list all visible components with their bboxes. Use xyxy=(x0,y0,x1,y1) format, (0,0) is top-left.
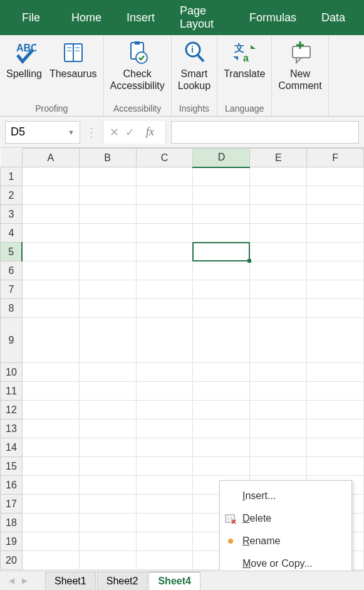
spelling-button[interactable]: ABCSpelling xyxy=(4,39,44,81)
column-header[interactable]: F xyxy=(307,149,364,167)
cell[interactable] xyxy=(22,205,79,224)
cell[interactable] xyxy=(250,457,307,476)
cell[interactable] xyxy=(79,419,136,438)
enter-icon[interactable]: ✓ xyxy=(125,125,135,139)
menu-formulas[interactable]: Formulas xyxy=(237,11,309,24)
cell[interactable] xyxy=(79,261,136,280)
cell[interactable] xyxy=(79,382,136,401)
cell[interactable] xyxy=(193,457,250,476)
cell[interactable] xyxy=(136,224,193,243)
ctx-delete[interactable]: Delete xyxy=(220,507,351,530)
ctx-move-or-copy-[interactable]: Move or Copy... xyxy=(220,552,351,571)
cell[interactable] xyxy=(22,514,79,532)
thesaurus-button[interactable]: Thesaurus xyxy=(47,39,100,81)
cell[interactable] xyxy=(250,261,307,280)
cell[interactable] xyxy=(250,186,307,205)
row-header[interactable]: 5 xyxy=(1,243,23,261)
sheet-tab-active[interactable]: Sheet4 xyxy=(148,572,200,590)
tab-nav-prev-icon[interactable]: ◀ xyxy=(5,576,18,585)
cell[interactable] xyxy=(193,205,250,224)
cell[interactable] xyxy=(136,419,193,438)
cell[interactable] xyxy=(193,318,250,363)
cell[interactable] xyxy=(79,224,136,243)
name-box[interactable]: D5 ▼ xyxy=(5,121,80,144)
cell[interactable] xyxy=(79,186,136,205)
cell[interactable] xyxy=(250,363,307,382)
cell[interactable] xyxy=(22,363,79,382)
new-comment-button[interactable]: NewComment xyxy=(276,39,324,93)
row-header[interactable]: 20 xyxy=(1,551,23,570)
row-header[interactable]: 16 xyxy=(1,476,23,495)
cell[interactable] xyxy=(79,243,136,261)
cell[interactable] xyxy=(193,243,250,261)
cell[interactable] xyxy=(193,419,250,438)
cell[interactable] xyxy=(22,186,79,205)
cell[interactable] xyxy=(22,419,79,438)
cell[interactable] xyxy=(250,205,307,224)
menu-data[interactable]: Data xyxy=(309,11,358,24)
cell[interactable] xyxy=(193,382,250,401)
cell[interactable] xyxy=(193,401,250,419)
cell[interactable] xyxy=(22,382,79,401)
cell[interactable] xyxy=(307,438,364,457)
cell[interactable] xyxy=(307,280,364,299)
cell[interactable] xyxy=(22,401,79,419)
row-header[interactable]: 1 xyxy=(1,167,23,186)
column-header[interactable]: E xyxy=(250,149,307,167)
cell[interactable] xyxy=(250,299,307,318)
ctx-rename[interactable]: Rename xyxy=(220,530,351,552)
smart-lookup-button[interactable]: iSmartLookup xyxy=(175,39,214,93)
select-all-corner[interactable] xyxy=(1,149,23,167)
cell[interactable] xyxy=(79,205,136,224)
column-header[interactable]: C xyxy=(136,149,193,167)
cell[interactable] xyxy=(136,495,193,514)
cell[interactable] xyxy=(193,167,250,186)
cell[interactable] xyxy=(307,382,364,401)
row-header[interactable]: 12 xyxy=(1,401,23,419)
cell[interactable] xyxy=(79,280,136,299)
cell[interactable] xyxy=(22,243,79,261)
cell[interactable] xyxy=(136,205,193,224)
row-header[interactable]: 7 xyxy=(1,280,23,299)
cell[interactable] xyxy=(136,476,193,495)
cell[interactable] xyxy=(307,363,364,382)
cell[interactable] xyxy=(193,186,250,205)
column-header[interactable]: A xyxy=(22,149,79,167)
cell[interactable] xyxy=(79,514,136,532)
menu-home[interactable]: Home xyxy=(59,11,114,24)
row-header[interactable]: 9 xyxy=(1,318,23,363)
row-header[interactable]: 3 xyxy=(1,205,23,224)
cell[interactable] xyxy=(307,167,364,186)
row-header[interactable]: 11 xyxy=(1,382,23,401)
cell[interactable] xyxy=(136,401,193,419)
check-accessibility-button[interactable]: CheckAccessibility xyxy=(108,39,167,93)
cell[interactable] xyxy=(79,551,136,570)
row-header[interactable]: 4 xyxy=(1,224,23,243)
fx-icon[interactable]: fx xyxy=(141,125,159,139)
cell[interactable] xyxy=(193,261,250,280)
row-header[interactable]: 10 xyxy=(1,363,23,382)
cell[interactable] xyxy=(307,318,364,363)
cell[interactable] xyxy=(79,457,136,476)
row-header[interactable]: 17 xyxy=(1,495,23,514)
cell[interactable] xyxy=(22,280,79,299)
cell[interactable] xyxy=(79,167,136,186)
column-header[interactable]: B xyxy=(79,149,136,167)
cell[interactable] xyxy=(136,551,193,570)
cell[interactable] xyxy=(79,532,136,551)
name-box-dropdown-icon[interactable]: ▼ xyxy=(68,129,75,136)
menu-insert[interactable]: Insert xyxy=(114,11,167,24)
cell[interactable] xyxy=(307,457,364,476)
row-header[interactable]: 15 xyxy=(1,457,23,476)
cell[interactable] xyxy=(22,495,79,514)
row-header[interactable]: 6 xyxy=(1,261,23,280)
formula-input[interactable] xyxy=(171,121,359,144)
cell[interactable] xyxy=(307,401,364,419)
cell[interactable] xyxy=(136,382,193,401)
cell[interactable] xyxy=(22,167,79,186)
cell[interactable] xyxy=(250,167,307,186)
cell[interactable] xyxy=(22,532,79,551)
cancel-icon[interactable]: ✕ xyxy=(110,125,119,139)
cell[interactable] xyxy=(22,318,79,363)
cell[interactable] xyxy=(136,261,193,280)
